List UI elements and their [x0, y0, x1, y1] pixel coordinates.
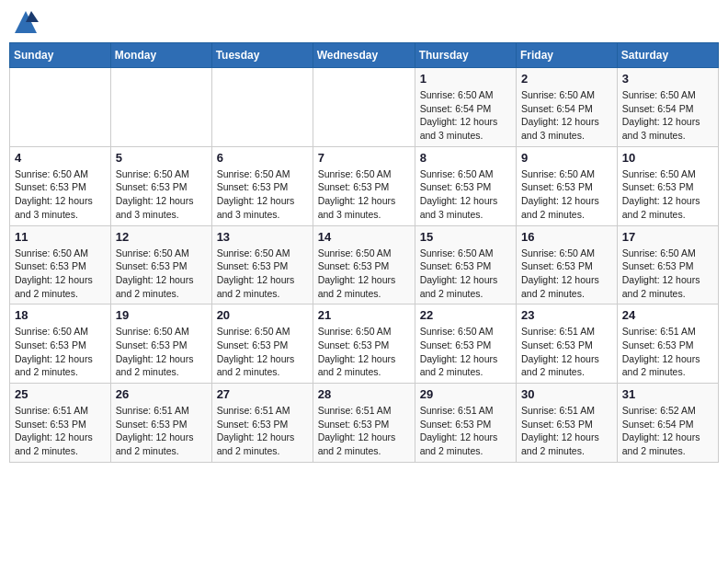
day-number: 18	[15, 308, 106, 322]
calendar-cell	[110, 68, 211, 147]
day-number: 4	[15, 151, 106, 165]
day-number: 16	[521, 230, 612, 244]
day-number: 31	[622, 387, 713, 401]
day-info: Sunrise: 6:51 AM Sunset: 6:53 PM Dayligh…	[622, 325, 713, 379]
day-of-week-header: Wednesday	[313, 43, 415, 68]
calendar-cell: 13Sunrise: 6:50 AM Sunset: 6:53 PM Dayli…	[211, 225, 313, 304]
day-info: Sunrise: 6:51 AM Sunset: 6:53 PM Dayligh…	[318, 404, 410, 458]
calendar-cell: 29Sunrise: 6:51 AM Sunset: 6:53 PM Dayli…	[415, 384, 516, 463]
day-info: Sunrise: 6:50 AM Sunset: 6:53 PM Dayligh…	[420, 167, 511, 222]
day-info: Sunrise: 6:50 AM Sunset: 6:53 PM Dayligh…	[420, 325, 511, 379]
day-number: 26	[116, 387, 207, 401]
day-info: Sunrise: 6:50 AM Sunset: 6:53 PM Dayligh…	[217, 247, 308, 301]
calendar-cell: 1Sunrise: 6:50 AM Sunset: 6:54 PM Daylig…	[415, 68, 516, 147]
calendar-cell: 22Sunrise: 6:50 AM Sunset: 6:53 PM Dayli…	[415, 304, 516, 384]
day-number: 27	[217, 387, 308, 401]
day-number: 20	[217, 308, 308, 322]
day-number: 12	[116, 230, 207, 244]
day-of-week-header: Friday	[517, 43, 618, 68]
day-of-week-header: Tuesday	[211, 43, 313, 68]
calendar-cell: 11Sunrise: 6:50 AM Sunset: 6:53 PM Dayli…	[10, 225, 111, 304]
day-info: Sunrise: 6:51 AM Sunset: 6:53 PM Dayligh…	[420, 404, 511, 458]
calendar-cell: 3Sunrise: 6:50 AM Sunset: 6:54 PM Daylig…	[617, 68, 718, 147]
calendar-week-row: 4Sunrise: 6:50 AM Sunset: 6:53 PM Daylig…	[10, 146, 719, 225]
calendar-cell: 19Sunrise: 6:50 AM Sunset: 6:53 PM Dayli…	[110, 304, 211, 384]
calendar-cell: 8Sunrise: 6:50 AM Sunset: 6:53 PM Daylig…	[415, 146, 516, 225]
day-number: 7	[318, 151, 410, 165]
calendar-cell: 17Sunrise: 6:50 AM Sunset: 6:53 PM Dayli…	[617, 225, 718, 304]
day-number: 3	[622, 72, 713, 86]
day-info: Sunrise: 6:51 AM Sunset: 6:53 PM Dayligh…	[15, 404, 106, 458]
header	[9, 9, 719, 35]
calendar-cell: 10Sunrise: 6:50 AM Sunset: 6:53 PM Dayli…	[617, 146, 718, 225]
calendar-cell: 28Sunrise: 6:51 AM Sunset: 6:53 PM Dayli…	[313, 384, 415, 463]
day-info: Sunrise: 6:51 AM Sunset: 6:53 PM Dayligh…	[116, 404, 207, 458]
day-number: 30	[521, 387, 612, 401]
day-info: Sunrise: 6:50 AM Sunset: 6:53 PM Dayligh…	[217, 325, 308, 379]
calendar-cell: 24Sunrise: 6:51 AM Sunset: 6:53 PM Dayli…	[617, 304, 718, 384]
calendar-cell: 7Sunrise: 6:50 AM Sunset: 6:53 PM Daylig…	[313, 146, 415, 225]
day-info: Sunrise: 6:50 AM Sunset: 6:53 PM Dayligh…	[318, 325, 410, 379]
day-info: Sunrise: 6:50 AM Sunset: 6:54 PM Dayligh…	[622, 88, 713, 143]
day-number: 23	[521, 308, 612, 322]
day-info: Sunrise: 6:50 AM Sunset: 6:53 PM Dayligh…	[622, 167, 713, 222]
calendar-cell: 26Sunrise: 6:51 AM Sunset: 6:53 PM Dayli…	[110, 384, 211, 463]
day-number: 14	[318, 230, 410, 244]
calendar-cell: 25Sunrise: 6:51 AM Sunset: 6:53 PM Dayli…	[10, 384, 111, 463]
calendar-cell: 18Sunrise: 6:50 AM Sunset: 6:53 PM Dayli…	[10, 304, 111, 384]
calendar-cell: 16Sunrise: 6:50 AM Sunset: 6:53 PM Dayli…	[517, 225, 618, 304]
day-number: 15	[420, 230, 511, 244]
day-of-week-header: Saturday	[617, 43, 718, 68]
calendar-cell: 21Sunrise: 6:50 AM Sunset: 6:53 PM Dayli…	[313, 304, 415, 384]
calendar-cell	[313, 68, 415, 147]
day-number: 17	[622, 230, 713, 244]
day-info: Sunrise: 6:50 AM Sunset: 6:54 PM Dayligh…	[521, 88, 612, 143]
day-info: Sunrise: 6:50 AM Sunset: 6:53 PM Dayligh…	[521, 247, 612, 301]
calendar-week-row: 25Sunrise: 6:51 AM Sunset: 6:53 PM Dayli…	[10, 384, 719, 463]
day-number: 2	[521, 72, 612, 86]
day-of-week-header: Thursday	[415, 43, 516, 68]
calendar-cell: 4Sunrise: 6:50 AM Sunset: 6:53 PM Daylig…	[10, 146, 111, 225]
calendar-week-row: 18Sunrise: 6:50 AM Sunset: 6:53 PM Dayli…	[10, 304, 719, 384]
calendar-cell: 20Sunrise: 6:50 AM Sunset: 6:53 PM Dayli…	[211, 304, 313, 384]
day-info: Sunrise: 6:50 AM Sunset: 6:53 PM Dayligh…	[217, 167, 308, 222]
calendar-header-row: SundayMondayTuesdayWednesdayThursdayFrid…	[10, 43, 719, 68]
day-info: Sunrise: 6:50 AM Sunset: 6:53 PM Dayligh…	[15, 167, 106, 222]
day-info: Sunrise: 6:50 AM Sunset: 6:53 PM Dayligh…	[15, 247, 106, 301]
calendar-cell: 31Sunrise: 6:52 AM Sunset: 6:54 PM Dayli…	[617, 384, 718, 463]
calendar-cell: 12Sunrise: 6:50 AM Sunset: 6:53 PM Dayli…	[110, 225, 211, 304]
day-info: Sunrise: 6:51 AM Sunset: 6:53 PM Dayligh…	[217, 404, 308, 458]
calendar-cell: 15Sunrise: 6:50 AM Sunset: 6:53 PM Dayli…	[415, 225, 516, 304]
day-number: 22	[420, 308, 511, 322]
calendar-cell	[211, 68, 313, 147]
day-info: Sunrise: 6:50 AM Sunset: 6:53 PM Dayligh…	[15, 325, 106, 379]
day-number: 21	[318, 308, 410, 322]
calendar-cell: 6Sunrise: 6:50 AM Sunset: 6:53 PM Daylig…	[211, 146, 313, 225]
day-info: Sunrise: 6:50 AM Sunset: 6:53 PM Dayligh…	[521, 167, 612, 222]
day-number: 5	[116, 151, 207, 165]
day-number: 6	[217, 151, 308, 165]
day-info: Sunrise: 6:51 AM Sunset: 6:53 PM Dayligh…	[521, 325, 612, 379]
calendar-cell: 23Sunrise: 6:51 AM Sunset: 6:53 PM Dayli…	[517, 304, 618, 384]
day-info: Sunrise: 6:50 AM Sunset: 6:53 PM Dayligh…	[420, 247, 511, 301]
day-info: Sunrise: 6:50 AM Sunset: 6:53 PM Dayligh…	[318, 247, 410, 301]
day-info: Sunrise: 6:50 AM Sunset: 6:53 PM Dayligh…	[116, 325, 207, 379]
day-info: Sunrise: 6:50 AM Sunset: 6:53 PM Dayligh…	[318, 167, 410, 222]
day-number: 9	[521, 151, 612, 165]
day-number: 8	[420, 151, 511, 165]
day-info: Sunrise: 6:52 AM Sunset: 6:54 PM Dayligh…	[622, 404, 713, 458]
day-number: 10	[622, 151, 713, 165]
day-number: 28	[318, 387, 410, 401]
calendar-cell	[10, 68, 111, 147]
calendar-cell: 14Sunrise: 6:50 AM Sunset: 6:53 PM Dayli…	[313, 225, 415, 304]
day-number: 19	[116, 308, 207, 322]
day-of-week-header: Sunday	[10, 43, 111, 68]
calendar-table: SundayMondayTuesdayWednesdayThursdayFrid…	[9, 42, 719, 463]
logo	[13, 9, 42, 35]
calendar-week-row: 1Sunrise: 6:50 AM Sunset: 6:54 PM Daylig…	[10, 68, 719, 147]
day-number: 24	[622, 308, 713, 322]
day-info: Sunrise: 6:51 AM Sunset: 6:53 PM Dayligh…	[521, 404, 612, 458]
day-of-week-header: Monday	[110, 43, 211, 68]
calendar-week-row: 11Sunrise: 6:50 AM Sunset: 6:53 PM Dayli…	[10, 225, 719, 304]
day-number: 1	[420, 72, 511, 86]
